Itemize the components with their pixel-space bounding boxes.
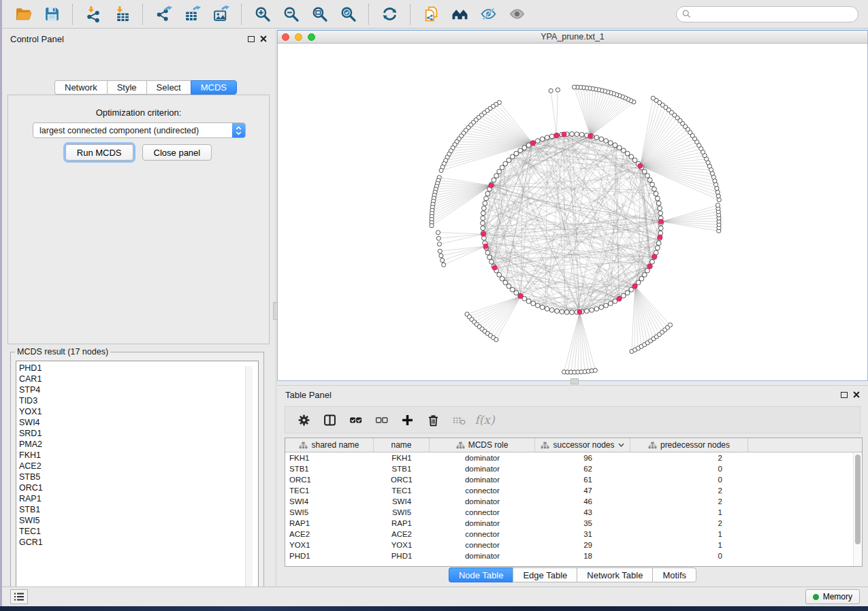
search-icon [682,10,691,18]
zoom-selected-button[interactable] [337,3,359,25]
zoom-selected-icon [340,5,357,22]
zoom-fit-button[interactable] [308,3,330,25]
refresh-layout-button[interactable] [379,3,400,25]
column-header-MCDS-role[interactable]: MCDS role [430,438,535,452]
export-image-button[interactable] [210,3,231,25]
import-table-icon [114,5,131,22]
criterion-dropdown[interactable]: largest connected component (undirected) [33,122,246,138]
show-columns-button[interactable] [318,410,341,430]
mcds-result-item[interactable]: TID3 [19,395,258,406]
table-row[interactable]: SWI5SWI5connector431 [285,507,862,518]
table-panel: Table Panel f(x) shared namenameMCDS rol… [277,385,868,587]
memory-status-dot [813,594,819,600]
control-panel-titlebar: Control Panel [2,31,275,46]
close-panel-icon[interactable] [260,35,267,42]
column-header-shared-name[interactable]: shared name [285,438,374,452]
table-row[interactable]: YOX1YOX1connector291 [285,540,862,550]
table-row[interactable]: TEC1TEC1connector472 [285,485,862,496]
export-table-button[interactable] [181,3,203,25]
mcds-result-item[interactable]: FKH1 [19,450,258,461]
select-all-button[interactable] [344,410,367,430]
table-scrollbar-thumb[interactable] [855,455,861,544]
export-network-button[interactable] [152,3,174,25]
import-network-button[interactable] [82,3,104,25]
table-row[interactable]: ORC1ORC1dominator610 [285,474,862,485]
node-attribute-icon [648,442,657,449]
table-cell: dominator [430,463,535,474]
close-panel-button[interactable]: Close panel [142,144,212,161]
mcds-result-item[interactable]: PHD1 [19,363,258,374]
table-row[interactable]: FKH1FKH1dominator962 [285,452,862,463]
tab-node-table[interactable]: Node Table [449,567,513,582]
search-input[interactable] [694,8,858,20]
table-row[interactable]: RAP1RAP1dominator352 [285,518,862,529]
table-cell: 1 [630,529,748,540]
node-attribute-icon [299,442,308,449]
mcds-result-item[interactable]: CAR1 [19,374,258,384]
table-cell: dominator [430,474,535,485]
tab-select[interactable]: Select [146,80,191,95]
memory-button[interactable]: Memory [805,589,860,604]
show-columns-icon [323,413,337,427]
close-panel-icon[interactable] [853,391,860,398]
mcds-result-item[interactable]: STB1 [19,504,258,515]
duplicate-network-button[interactable] [420,3,442,25]
table-cell: ORC1 [374,474,430,485]
save-session-icon [44,5,61,22]
show-all-button[interactable] [506,3,528,25]
column-label: shared name [311,440,359,450]
zoom-in-button[interactable] [251,3,273,25]
tab-style[interactable]: Style [107,80,146,95]
horizontal-splitter-handle[interactable] [570,378,579,384]
column-header-name[interactable]: name [374,438,430,452]
mcds-result-item[interactable]: PMA2 [19,439,258,450]
table-cell: PHD1 [285,550,374,561]
tab-mcds[interactable]: MCDS [191,80,237,95]
mcds-result-item[interactable]: SWI5 [19,515,258,526]
result-list-scrollbar[interactable] [245,366,253,589]
mcds-result-item[interactable]: STB5 [19,472,258,482]
table-cell: 1 [630,507,748,518]
tab-network-table[interactable]: Network Table [577,567,652,582]
table-cell: 96 [535,452,630,463]
mcds-result-item[interactable]: TEC1 [19,526,258,537]
tab-network[interactable]: Network [54,80,107,95]
network-window-titlebar[interactable]: YPA_prune.txt_1 [278,31,867,44]
table-cell: 2 [630,496,748,507]
mcds-result-item[interactable]: ACE2 [19,461,258,472]
mcds-result-item[interactable]: SWI4 [19,417,258,428]
table-settings-button[interactable] [292,410,315,430]
mcds-result-list[interactable]: PHD1CAR1STP4TID3YOX1SWI4SRD1PMA2FKH1ACE2… [16,361,259,595]
run-mcds-button[interactable]: Run MCDS [65,144,133,161]
mcds-result-item[interactable]: GCR1 [19,537,258,548]
table-row[interactable]: STB1STB1dominator620 [285,463,862,474]
save-session-button[interactable] [41,3,63,25]
table-row[interactable]: ACE2ACE2connector311 [285,529,862,540]
mcds-result-item[interactable]: STP4 [19,384,258,395]
mcds-result-item[interactable]: SRD1 [19,428,258,439]
column-header-predecessor-nodes[interactable]: predecessor nodes [630,438,748,452]
table-scrollbar[interactable] [853,452,862,566]
add-row-button[interactable] [396,410,419,430]
table-row[interactable]: SWI4SWI4dominator462 [285,496,862,507]
open-file-button[interactable] [12,3,34,25]
panel-list-button[interactable] [10,589,28,604]
zoom-out-button[interactable] [280,3,302,25]
tab-motifs[interactable]: Motifs [652,567,696,582]
import-table-button[interactable] [111,3,133,25]
column-header-successor-nodes[interactable]: successor nodes [535,438,630,452]
first-neighbors-button[interactable] [449,3,470,25]
mcds-result-item[interactable]: RAP1 [19,493,258,504]
search-field[interactable] [676,6,858,22]
hide-selected-button[interactable] [477,3,499,25]
float-window-icon[interactable] [841,392,848,398]
tab-edge-table[interactable]: Edge Table [513,567,577,582]
network-canvas[interactable] [278,44,867,380]
mcds-result-item[interactable]: YOX1 [19,406,258,417]
table-row[interactable]: PHD1PHD1dominator180 [285,550,862,561]
column-label: predecessor nodes [660,440,730,450]
deselect-all-button[interactable] [370,410,393,430]
float-window-icon[interactable] [248,36,255,42]
mcds-result-item[interactable]: ORC1 [19,482,258,493]
delete-row-button[interactable] [421,410,445,430]
